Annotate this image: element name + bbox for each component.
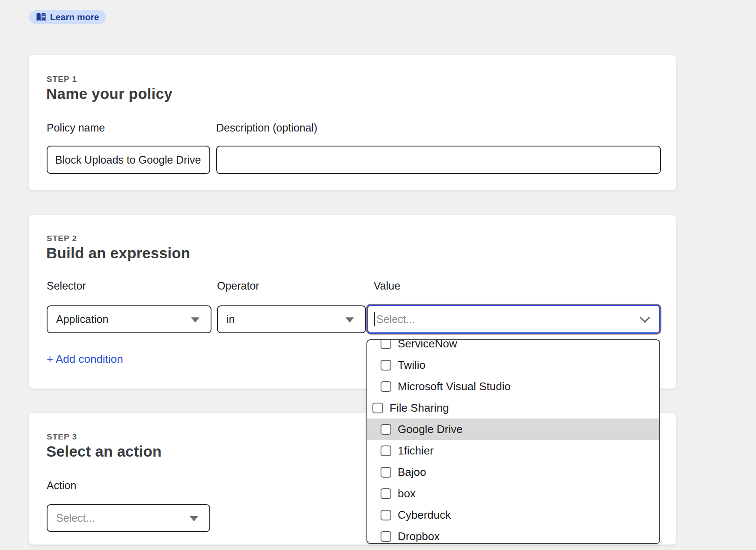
checkbox[interactable] [381, 339, 391, 349]
option-label: box [398, 487, 416, 500]
option-label: Twilio [398, 359, 426, 372]
action-dropdown[interactable]: Select... [47, 504, 210, 532]
checkbox[interactable] [381, 381, 391, 392]
step3-step-label: STEP 3 [47, 432, 77, 442]
policy-builder-page: Learn more STEP 1 Name your policy Polic… [0, 0, 756, 550]
dropdown-option[interactable]: Bajoo [367, 461, 659, 483]
step2-title: Build an expression [46, 245, 190, 262]
option-label: Google Drive [398, 423, 463, 436]
option-label: Bajoo [398, 466, 426, 479]
dropdown-option[interactable]: box [367, 483, 659, 504]
checkbox[interactable] [372, 403, 383, 413]
description-input[interactable] [216, 146, 661, 174]
dropdown-option[interactable]: Cyberduck [367, 504, 659, 526]
policy-name-label: Policy name [47, 122, 105, 134]
value-placeholder: Select... [376, 313, 415, 326]
dropdown-option-highlighted[interactable]: Google Drive [367, 418, 659, 440]
option-label: Dropbox [398, 530, 440, 543]
operator-value: in [226, 313, 235, 326]
description-label: Description (optional) [216, 122, 317, 134]
step1-step-label: STEP 1 [47, 75, 77, 84]
add-condition-link[interactable]: + Add condition [47, 353, 123, 366]
option-label: File Sharing [390, 401, 449, 415]
option-label: Cyberduck [398, 508, 451, 522]
dropdown-arrow-icon [191, 317, 199, 323]
selector-dropdown[interactable]: Application [47, 305, 211, 333]
option-label: Microsoft Visual Studio [398, 380, 511, 393]
checkbox[interactable] [381, 424, 391, 435]
policy-name-input[interactable]: Block Uploads to Google Drive [47, 146, 210, 174]
checkbox[interactable] [381, 360, 391, 371]
dropdown-arrow-icon [190, 516, 198, 521]
dropdown-option[interactable]: 1fichier [367, 440, 659, 461]
application-option-list: ServiceNow Twilio Microsoft Visual Studi… [367, 339, 659, 544]
dropdown-option[interactable]: Dropbox [367, 526, 659, 544]
value-multiselect-input[interactable]: Select... [367, 305, 661, 334]
step2-step-label: STEP 2 [47, 234, 77, 243]
dropdown-arrow-icon [345, 317, 354, 323]
step1-card: STEP 1 Name your policy Policy name Desc… [29, 55, 676, 191]
step1-title: Name your policy [46, 85, 173, 102]
chevron-down-icon [640, 313, 650, 322]
value-label: Value [374, 280, 400, 292]
selector-label: Selector [47, 280, 86, 292]
selector-value: Application [56, 313, 108, 326]
checkbox[interactable] [381, 488, 391, 499]
checkbox[interactable] [381, 445, 391, 456]
checkbox[interactable] [381, 531, 391, 542]
application-dropdown-panel: ServiceNow Twilio Microsoft Visual Studi… [366, 339, 660, 544]
option-label: ServiceNow [398, 339, 457, 350]
text-cursor [374, 312, 375, 326]
option-label: 1fichier [398, 444, 434, 457]
dropdown-category-option[interactable]: File Sharing [367, 397, 659, 418]
dropdown-option[interactable]: ServiceNow [367, 339, 659, 354]
checkbox[interactable] [381, 510, 391, 520]
dropdown-option[interactable]: Twilio [367, 354, 659, 376]
operator-dropdown[interactable]: in [217, 305, 366, 333]
learn-more-button[interactable]: Learn more [29, 10, 106, 24]
operator-label: Operator [217, 280, 259, 292]
book-icon [36, 12, 46, 22]
step3-title: Select an action [46, 443, 162, 460]
action-label: Action [47, 479, 76, 492]
policy-name-value: Block Uploads to Google Drive [55, 154, 201, 166]
checkbox[interactable] [381, 467, 391, 478]
dropdown-option[interactable]: Microsoft Visual Studio [367, 376, 659, 397]
action-placeholder: Select... [56, 512, 95, 524]
learn-more-label: Learn more [50, 12, 99, 22]
